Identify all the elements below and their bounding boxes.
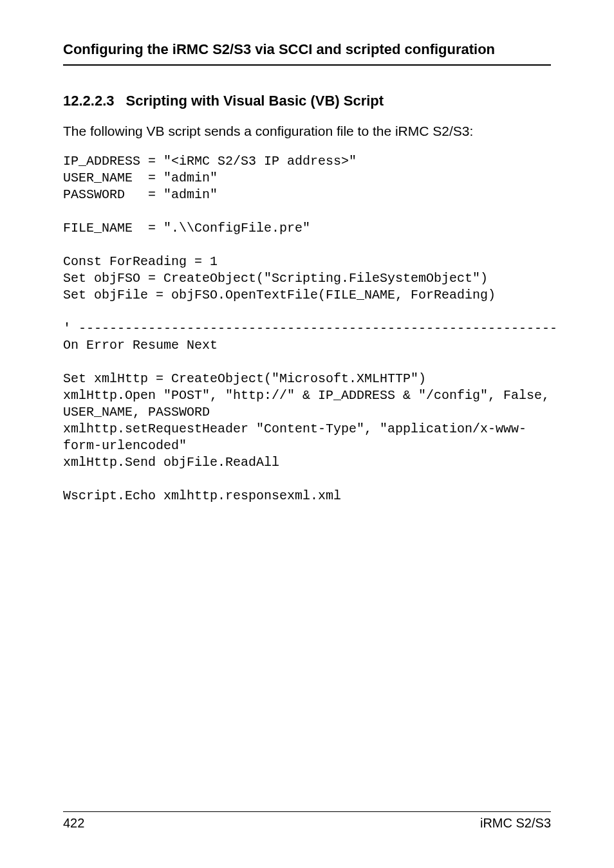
intro-paragraph: The following VB script sends a configur… [63,124,551,139]
page: Configuring the iRMC S2/S3 via SCCI and … [0,0,614,868]
section-number: 12.2.2.3 [63,93,115,109]
page-number: 422 [63,816,84,831]
code-block: IP_ADDRESS = "<iRMC S2/S3 IP address>" U… [63,153,551,504]
doc-label: iRMC S2/S3 [480,816,551,831]
section-title: Scripting with Visual Basic (VB) Script [126,93,384,109]
running-head: Configuring the iRMC S2/S3 via SCCI and … [63,41,551,66]
page-footer: 422 iRMC S2/S3 [63,811,551,831]
section-heading: 12.2.2.3Scripting with Visual Basic (VB)… [63,93,551,109]
